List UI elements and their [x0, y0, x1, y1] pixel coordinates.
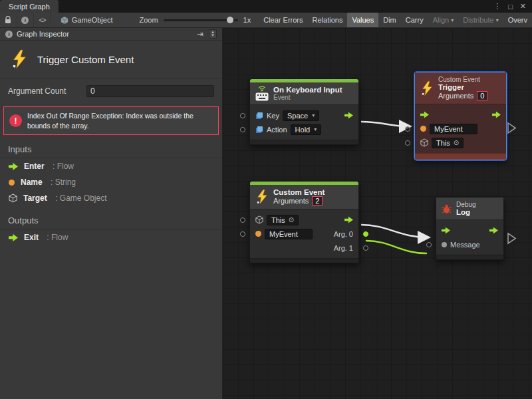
- flow-arrow-icon: [9, 162, 18, 170]
- unit-title: Trigger Custom Event: [37, 54, 134, 65]
- play-marker-trigger[interactable]: [508, 123, 515, 133]
- gameobject-cube-icon: [9, 194, 17, 203]
- event-name-row: MyEvent Arg. 0: [250, 227, 358, 241]
- window-tab-bar: Script Graph ⋮ □ ✕: [0, 0, 532, 13]
- inspector-header-title: Graph Inspector: [17, 30, 69, 38]
- node-on-keyboard-input[interactable]: On Keyboard Input Event Key Space ▾: [249, 78, 359, 145]
- target-row: This ⊙: [415, 136, 506, 150]
- port-row-exit: Exit : Flow: [0, 229, 222, 245]
- lightning-bolt-icon: [11, 49, 28, 69]
- zoom-slider-knob[interactable]: [227, 17, 233, 23]
- node-title: Log: [456, 208, 475, 216]
- flow-input-port[interactable]: [442, 227, 450, 234]
- arguments-count-badge: 0: [477, 91, 487, 100]
- message-label: Message: [450, 241, 480, 249]
- chevron-down-icon: ▾: [496, 17, 499, 23]
- gameobject-cube-icon: [420, 138, 428, 147]
- error-message-text: Index Out Of Range Exception: Index was …: [27, 111, 213, 130]
- flow-output-port[interactable]: [492, 111, 501, 118]
- wire-event-to-log[interactable]: [361, 225, 428, 237]
- distribute-button[interactable]: Distribute▾: [458, 13, 503, 28]
- flow-output-port[interactable]: [344, 216, 353, 223]
- inspector-header: i Graph Inspector ⇥ ▲ ▼: [0, 28, 222, 41]
- graph-canvas[interactable]: On Keyboard Input Event Key Space ▾: [223, 28, 532, 399]
- tab-script-graph[interactable]: Script Graph: [0, 0, 59, 13]
- wire-arg0-to-message[interactable]: [366, 241, 426, 253]
- spin-down-icon: ▼: [211, 34, 215, 37]
- event-name-row: MyEvent: [415, 122, 506, 136]
- zoom-slider[interactable]: [164, 19, 238, 21]
- event-name-field[interactable]: MyEvent: [430, 124, 477, 134]
- zoom-value: 1x: [243, 16, 251, 24]
- arg1-output-port[interactable]: [363, 245, 368, 251]
- flow-input-port[interactable]: [420, 111, 429, 118]
- close-icon[interactable]: ✕: [520, 2, 526, 11]
- lock-button[interactable]: [0, 13, 17, 27]
- flow-row: [436, 223, 503, 237]
- play-marker-log[interactable]: [508, 233, 515, 243]
- node-header[interactable]: Debug Log: [436, 198, 503, 220]
- gameobject-selector[interactable]: GameObject: [51, 16, 122, 25]
- port-row-target: Target : Game Object: [0, 190, 222, 206]
- clear-errors-button[interactable]: Clear Errors: [259, 13, 307, 28]
- window-menu-icon[interactable]: ⋮: [493, 2, 501, 11]
- info-icon: i: [5, 31, 13, 38]
- event-name-field[interactable]: MyEvent: [265, 229, 313, 239]
- action-input-port[interactable]: [240, 127, 245, 132]
- message-row: Message: [436, 237, 503, 251]
- overview-button[interactable]: Overv: [503, 13, 532, 28]
- bug-icon: [442, 203, 452, 214]
- inputs-section-header: Inputs: [0, 144, 222, 158]
- flow-output-port[interactable]: [344, 112, 353, 119]
- arguments-count-badge: 2: [312, 196, 323, 205]
- target-dropdown[interactable]: This ⊙: [432, 138, 464, 148]
- action-label: Action: [267, 126, 287, 134]
- carry-button[interactable]: Carry: [401, 13, 428, 28]
- key-dropdown[interactable]: Space ▾: [283, 110, 319, 121]
- node-custom-event[interactable]: Custom Event Arguments 2 This ⊙: [249, 181, 359, 263]
- port-row-name: Name : String: [0, 174, 222, 190]
- inspect-button[interactable]: i: [17, 13, 35, 27]
- name-input-port[interactable]: [240, 231, 245, 237]
- align-button[interactable]: Align▾: [428, 13, 458, 28]
- node-header[interactable]: On Keyboard Input Event: [250, 82, 358, 105]
- node-header[interactable]: Custom Event Arguments 2: [250, 185, 358, 209]
- key-row: Key Space ▾: [250, 108, 358, 122]
- dim-button[interactable]: Dim: [378, 13, 401, 28]
- target-dropdown[interactable]: This ⊙: [267, 215, 299, 225]
- node-debug-log[interactable]: Debug Log Message: [436, 197, 504, 260]
- arg1-row: Arg. 1: [250, 241, 358, 255]
- key-input-port[interactable]: [240, 113, 245, 118]
- node-title: Trigger: [438, 83, 487, 91]
- node-header[interactable]: Custom Event Trigger Arguments 0: [415, 72, 506, 104]
- broadcast-icon: [258, 86, 266, 92]
- relations-button[interactable]: Relations: [308, 13, 348, 28]
- dock-icon[interactable]: ⇥: [197, 29, 203, 39]
- edit-source-button[interactable]: <>: [34, 13, 51, 27]
- unit-title-block: Trigger Custom Event: [0, 41, 222, 78]
- chevron-down-icon: ▾: [314, 126, 317, 132]
- panel-spinner[interactable]: ▲ ▼: [209, 29, 217, 39]
- arguments-label: Arguments: [273, 197, 309, 205]
- action-dropdown[interactable]: Hold ▾: [291, 124, 322, 135]
- arg0-output-port[interactable]: [363, 231, 368, 237]
- target-input-port[interactable]: [240, 217, 245, 223]
- node-trigger-custom-event[interactable]: Custom Event Trigger Arguments 0 MyEvent: [414, 72, 507, 160]
- node-title: On Keyboard Input: [273, 86, 342, 94]
- argument-count-input[interactable]: [86, 85, 214, 97]
- message-input-port[interactable]: [426, 242, 432, 247]
- wire-keyboard-to-trigger[interactable]: [361, 122, 409, 126]
- graph-toolbar: i <> GameObject Zoom 1x Clear Errors Rel…: [0, 13, 532, 28]
- maximize-icon[interactable]: □: [508, 3, 513, 11]
- gameobject-label: GameObject: [72, 16, 113, 24]
- node-subtitle: Event: [273, 94, 342, 101]
- flow-output-port[interactable]: [489, 227, 498, 234]
- key-label: Key: [267, 112, 279, 120]
- string-port-icon: [255, 231, 261, 237]
- arguments-label: Arguments: [438, 92, 473, 100]
- node-category: Custom Event: [438, 76, 487, 83]
- name-input-port[interactable]: [405, 126, 410, 132]
- values-button[interactable]: Values: [347, 13, 378, 28]
- gameobject-cube-icon: [255, 215, 263, 224]
- target-input-port[interactable]: [405, 140, 410, 146]
